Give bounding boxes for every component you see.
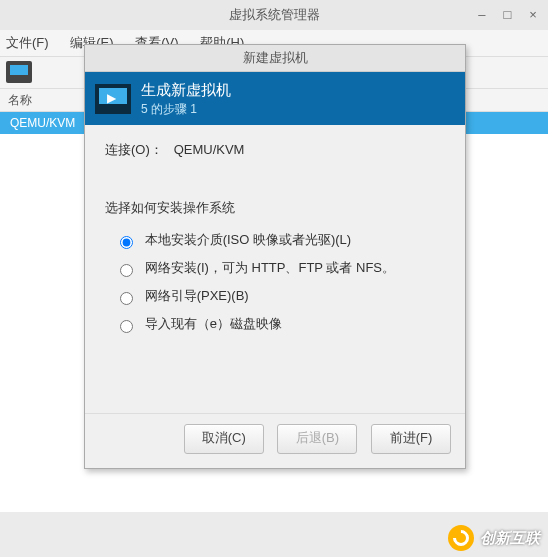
radio-local[interactable]: 本地安装介质(ISO 映像或者光驱)(L) [115,231,445,249]
radio-import[interactable]: 导入现有（e）磁盘映像 [115,315,445,333]
menu-file[interactable]: 文件(F) [6,35,49,50]
brand-watermark: 创新互联 [448,525,540,551]
dialog-header-text: 生成新虚拟机 5 的步骤 1 [141,80,231,117]
main-window: 虚拟系统管理器 – □ × 文件(F) 编辑(E) 查看(V) 帮助(H) 名称… [0,0,548,557]
brand-text: 创新互联 [480,529,540,548]
radio-import-label: 导入现有（e）磁盘映像 [145,316,282,331]
install-method-group: 本地安装介质(ISO 映像或者光驱)(L) 网络安装(I)，可为 HTTP、FT… [105,231,445,333]
radio-network-label: 网络安装(I)，可为 HTTP、FTP 或者 NFS。 [145,260,395,275]
cancel-button[interactable]: 取消(C) [184,424,264,454]
new-vm-dialog: 新建虚拟机 生成新虚拟机 5 的步骤 1 连接(O)： QEMU/KVM 选择如… [84,44,466,469]
connection-line: 连接(O)： QEMU/KVM [105,141,445,159]
radio-pxe-label: 网络引导(PXE)(B) [145,288,249,303]
connection-value: QEMU/KVM [174,142,245,157]
radio-pxe-input[interactable] [120,292,133,305]
back-button[interactable]: 后退(B) [277,424,357,454]
maximize-button[interactable]: □ [496,0,518,30]
new-vm-icon[interactable] [6,61,32,83]
dialog-footer: 取消(C) 后退(B) 前进(F) [85,413,465,468]
radio-pxe[interactable]: 网络引导(PXE)(B) [115,287,445,305]
window-title: 虚拟系统管理器 [229,7,320,22]
dialog-header: 生成新虚拟机 5 的步骤 1 [85,72,465,125]
dialog-body: 连接(O)： QEMU/KVM 选择如何安装操作系统 本地安装介质(ISO 映像… [85,125,465,413]
dialog-heading: 生成新虚拟机 [141,80,231,100]
radio-local-input[interactable] [120,236,133,249]
close-button[interactable]: × [522,0,544,30]
dialog-step: 5 的步骤 1 [141,102,231,118]
brand-logo-icon [448,525,474,551]
dialog-title: 新建虚拟机 [85,45,465,72]
window-controls: – □ × [471,0,544,30]
titlebar: 虚拟系统管理器 – □ × [0,0,548,30]
radio-import-input[interactable] [120,320,133,333]
minimize-button[interactable]: – [471,0,493,30]
radio-local-label: 本地安装介质(ISO 映像或者光驱)(L) [145,232,352,247]
radio-network-input[interactable] [120,264,133,277]
radio-network[interactable]: 网络安装(I)，可为 HTTP、FTP 或者 NFS。 [115,259,445,277]
forward-button[interactable]: 前进(F) [371,424,451,454]
install-method-label: 选择如何安装操作系统 [105,199,445,217]
monitor-icon [95,84,131,114]
connection-label: 连接(O)： [105,142,163,157]
